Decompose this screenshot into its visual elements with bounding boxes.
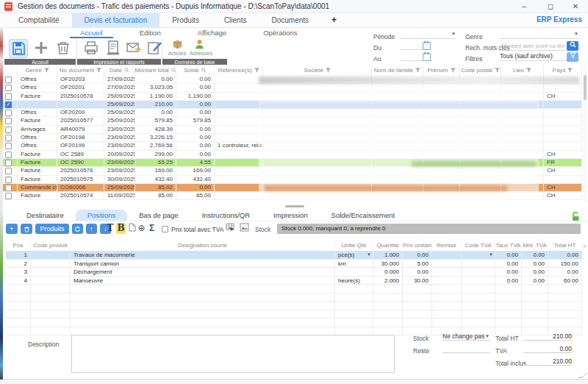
tab-documents[interactable]: Documents <box>259 13 321 27</box>
column-header[interactable]: Pos <box>6 241 31 251</box>
chevron-down-icon[interactable]: ▼ <box>367 251 371 259</box>
print-icon[interactable] <box>82 39 100 57</box>
refresh-button[interactable] <box>72 224 83 234</box>
document-row[interactable]: FactureOC 258920/09/2025299.000.00CH <box>0 151 582 159</box>
column-header[interactable]: Montant total <box>135 65 176 76</box>
tab-produits[interactable]: Produits <box>159 13 212 27</box>
add-tab-button[interactable]: + <box>321 13 347 27</box>
row-checkbox[interactable] <box>5 127 12 133</box>
bold-highlight-icon[interactable]: B <box>116 223 126 234</box>
document-row[interactable]: Facture202501057411/09/202585.0085.00CH <box>0 192 582 200</box>
filter-button[interactable] <box>567 52 578 62</box>
tab-impression[interactable]: Impression <box>262 210 319 221</box>
periode-select[interactable]: ▼ <box>401 30 456 39</box>
du-date-field[interactable] <box>401 41 431 50</box>
document-row[interactable]: Facture202501057530/09/2025432.40432.40 <box>0 176 582 184</box>
prix-tva-checkbox[interactable] <box>162 226 168 232</box>
ribbon-tab-edition[interactable]: Edition <box>129 29 171 38</box>
position-empty-row[interactable] <box>6 285 582 294</box>
row-checkbox[interactable] <box>5 143 12 149</box>
search-input[interactable] <box>500 41 566 51</box>
column-header[interactable]: Unité Qté <box>335 241 373 251</box>
row-checkbox[interactable] <box>5 135 12 141</box>
tab-devis-et-facturation[interactable]: Devis et facturation <box>72 13 160 27</box>
articles-button[interactable]: Articles <box>168 38 187 57</box>
image-icon[interactable] <box>238 223 250 235</box>
position-row[interactable]: 1Travaux de maconneriepce(s)▼1.0000.00▼0… <box>6 251 582 260</box>
position-delete-button[interactable] <box>21 224 32 234</box>
column-header[interactable]: Taux TVA <box>495 241 522 251</box>
position-empty-row[interactable] <box>6 310 582 319</box>
tab-destinataire[interactable]: Destinataire <box>15 210 76 221</box>
document-row[interactable]: OffresOF2019923/09/20252,769.560.001 con… <box>0 142 582 150</box>
column-header[interactable]: Genre <box>18 65 57 76</box>
row-checkbox[interactable] <box>5 193 12 199</box>
column-header[interactable]: Quantité <box>373 241 403 251</box>
ribbon-tab-operations[interactable]: Opérations <box>253 29 307 38</box>
circle-plus-icon[interactable]: ⊕ <box>137 223 146 234</box>
column-header[interactable]: Pays <box>544 65 582 76</box>
delete-icon[interactable] <box>54 39 72 57</box>
chevron-down-icon[interactable]: ▼ <box>489 251 493 259</box>
row-checkbox[interactable] <box>5 168 12 174</box>
scroll-right-icon[interactable]: > <box>583 243 587 249</box>
new-page-icon[interactable] <box>128 223 137 235</box>
calendar-icon[interactable] <box>423 42 431 50</box>
close-button[interactable]: ✕ <box>564 0 587 13</box>
row-checkbox[interactable] <box>5 102 12 108</box>
minimize-button[interactable]: – <box>513 0 535 13</box>
column-header[interactable]: Prix unitaire <box>403 241 432 251</box>
print-preview-icon[interactable] <box>104 39 122 57</box>
column-header[interactable]: No document <box>57 65 104 76</box>
edit-icon[interactable] <box>146 39 163 57</box>
position-row[interactable]: 3Déchargement0.0000.000.000.000.00 <box>6 268 582 277</box>
position-empty-row[interactable] <box>6 302 582 310</box>
document-row[interactable]: ArrivagesAR4007923/09/2025428.390.00 <box>0 126 582 134</box>
ribbon-tab-accueil[interactable]: Accueil <box>70 29 113 38</box>
column-header[interactable]: Prénom <box>423 65 460 76</box>
search-button[interactable] <box>567 41 578 51</box>
document-row[interactable]: Facture202501057725/09/2025579.85579.85 <box>0 117 582 125</box>
position-row[interactable]: 2Transport camionkm30.0005.000.000.00150… <box>6 260 582 269</box>
document-row[interactable]: Facture202501057825/09/20251,190.001,190… <box>0 93 582 101</box>
row-checkbox[interactable] <box>5 110 12 116</box>
tab-comptabilite[interactable]: Comptabilité <box>6 13 72 27</box>
row-checkbox[interactable] <box>5 77 12 83</box>
au-date-field[interactable] <box>401 52 431 61</box>
genre-select[interactable]: ▼ <box>500 30 579 39</box>
column-header[interactable]: Remise <box>432 241 462 251</box>
sum-icon[interactable]: Σ <box>147 223 157 234</box>
row-checkbox[interactable] <box>5 185 12 191</box>
position-row[interactable]: 4Manoeuvreheure(s)2.00030.000.000.0060.0… <box>6 277 582 285</box>
maximize-button[interactable]: ◻ <box>539 0 562 13</box>
document-row[interactable]: Facture202501057623/09/2025169.00169.00C… <box>0 167 582 175</box>
save-icon[interactable] <box>9 39 28 58</box>
ribbon-tab-affichage[interactable]: Affichage <box>187 29 237 38</box>
column-header[interactable]: Date <box>104 65 135 76</box>
tab-instructions-qr[interactable]: Instructions/QR <box>190 210 262 221</box>
document-row[interactable]: OffresOF2020127/09/20253,023.050.00 <box>0 84 582 92</box>
column-header[interactable]: Nom de famille <box>372 65 423 76</box>
document-row[interactable]: OffresOF2019823/09/20253,226.150.00 <box>0 134 582 142</box>
position-empty-row[interactable] <box>6 319 582 327</box>
send-mail-icon[interactable] <box>125 39 143 57</box>
column-header[interactable]: Mnt. TVA <box>522 241 548 251</box>
tab-bas-de-page[interactable]: Bas de page <box>127 210 190 221</box>
column-header[interactable]: Lieu <box>501 65 544 76</box>
text-format-icon[interactable]: T <box>105 223 115 234</box>
grid-select-icon[interactable] <box>224 223 236 235</box>
position-add-button[interactable]: + <box>6 224 18 234</box>
stock-select[interactable]: Ne change pas▼ <box>442 333 490 341</box>
row-checkbox[interactable] <box>5 152 12 158</box>
tab-clients[interactable]: Clients <box>212 13 259 27</box>
column-header[interactable]: Référence(s) <box>215 65 263 76</box>
scrollbar-thumb[interactable] <box>584 75 587 100</box>
column-header[interactable]: Solde <box>176 65 215 76</box>
tab-positions[interactable]: Positions <box>76 210 128 221</box>
tab-solde-encaissement[interactable]: Solde/Encaissement <box>320 210 407 221</box>
splitter-handle[interactable] <box>285 205 304 207</box>
row-checkbox[interactable] <box>5 85 12 91</box>
column-header[interactable]: Designation courte <box>71 241 335 251</box>
document-row[interactable]: OffresOF2020025/09/20250.000.00 <box>0 109 582 117</box>
row-checkbox[interactable] <box>5 177 12 183</box>
